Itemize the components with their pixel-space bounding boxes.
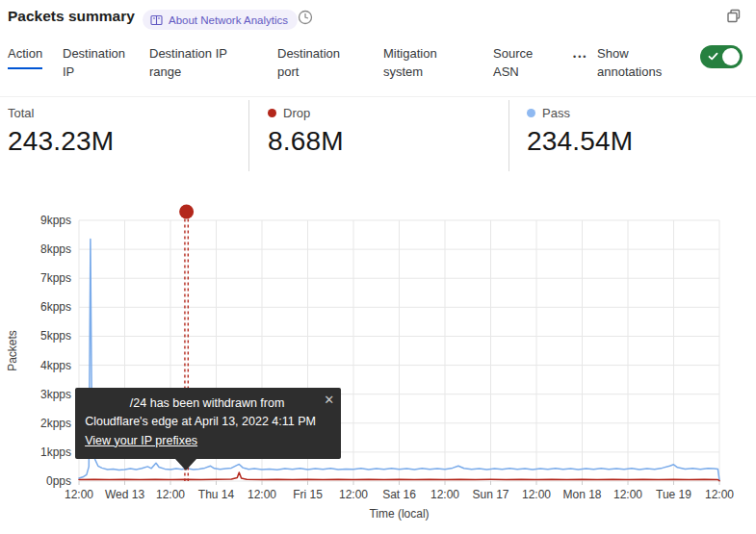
y-axis-title: Packets <box>6 330 19 371</box>
x-tick-label: 12:00 <box>248 488 276 501</box>
x-tick-label: 12:00 <box>522 488 551 501</box>
x-tick-label: Sun 17 <box>472 488 508 501</box>
x-tick-label: 12:00 <box>613 488 642 501</box>
view-ip-prefixes-link[interactable]: View your IP prefixes <box>85 432 197 450</box>
x-tick-label: Wed 13 <box>105 488 144 501</box>
annotation-dot[interactable] <box>179 205 194 219</box>
x-tick-label: Mon 18 <box>562 488 601 501</box>
y-tick-label: 5kpps <box>40 329 71 343</box>
y-tick-label: 6kpps <box>40 300 71 314</box>
y-tick-label: 7kpps <box>40 271 71 285</box>
x-tick-label: Tue 19 <box>656 488 691 501</box>
x-tick-label: 12:00 <box>339 488 368 501</box>
y-tick-label: 4kpps <box>40 359 71 372</box>
tooltip-text-line1: /24 has been withdrawn from <box>85 394 329 413</box>
x-tick-label: Sat 16 <box>382 488 416 501</box>
x-tick-label: 12:00 <box>156 488 185 501</box>
y-tick-label: 2kpps <box>40 417 71 430</box>
y-tick-label: 1kpps <box>40 445 71 459</box>
x-tick-label: Thu 14 <box>198 488 235 501</box>
x-tick-label: 12:00 <box>705 488 734 501</box>
x-axis-title: Time (local) <box>369 507 429 521</box>
x-tick-label: 12:00 <box>65 488 93 501</box>
tooltip-arrow <box>175 459 196 470</box>
y-tick-label: 8kpps <box>40 242 71 256</box>
annotation-tooltip: ✕ /24 has been withdrawn from Cloudflare… <box>75 388 341 459</box>
tooltip-close-icon[interactable]: ✕ <box>324 391 334 410</box>
y-tick-label: 0pps <box>46 474 71 488</box>
tooltip-text-line2: Cloudflare's edge at April 13, 2022 4:11… <box>85 413 329 431</box>
y-tick-label: 3kpps <box>40 388 71 401</box>
x-tick-label: Fri 15 <box>293 488 323 501</box>
y-tick-label: 9kpps <box>40 214 71 227</box>
x-tick-label: 12:00 <box>430 488 459 501</box>
